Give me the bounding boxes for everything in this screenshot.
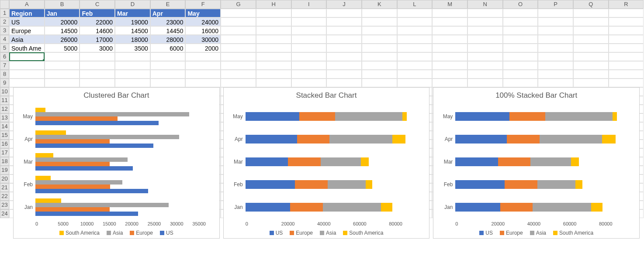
cell-M1[interactable] xyxy=(432,9,467,17)
cell-H5[interactable] xyxy=(256,44,291,52)
cell-I9[interactable] xyxy=(291,79,327,87)
cell-H3[interactable] xyxy=(256,26,291,35)
cell-O9[interactable] xyxy=(503,79,538,87)
row-header-13[interactable]: 13 xyxy=(0,113,9,122)
cell-Q6[interactable] xyxy=(573,52,609,61)
column-header-N[interactable]: N xyxy=(467,0,503,9)
cell-D8[interactable] xyxy=(115,70,150,79)
row-header-16[interactable]: 16 xyxy=(0,140,9,148)
column-header-A[interactable]: A xyxy=(9,0,45,9)
cell-O4[interactable] xyxy=(503,35,538,44)
cell-N4[interactable] xyxy=(467,35,503,44)
cell-B3[interactable]: 14500 xyxy=(45,26,80,35)
cell-R7[interactable] xyxy=(609,61,644,70)
cell-J8[interactable] xyxy=(326,70,362,79)
cell-P1[interactable] xyxy=(538,9,573,17)
cell-A2[interactable]: US xyxy=(9,17,45,26)
cell-R9[interactable] xyxy=(609,79,644,87)
row-header-2[interactable]: 2 xyxy=(0,17,9,26)
column-header-H[interactable]: H xyxy=(256,0,291,9)
cell-C5[interactable]: 3000 xyxy=(80,44,115,52)
cell-D3[interactable]: 14500 xyxy=(115,26,150,35)
cell-E9[interactable] xyxy=(150,79,186,87)
cell-C4[interactable]: 17000 xyxy=(80,35,115,44)
cell-L9[interactable] xyxy=(397,79,433,87)
cell-A7[interactable] xyxy=(9,61,45,70)
cell-N6[interactable] xyxy=(467,52,503,61)
cell-M8[interactable] xyxy=(432,70,467,79)
cell-M9[interactable] xyxy=(432,79,467,87)
cell-F7[interactable] xyxy=(185,61,221,70)
cell-L6[interactable] xyxy=(397,52,433,61)
cell-J9[interactable] xyxy=(326,79,362,87)
cell-F4[interactable]: 30000 xyxy=(185,35,221,44)
chart-1[interactable]: Stacked Bar ChartJanFebMarAprMay02000040… xyxy=(223,87,430,239)
cell-M6[interactable] xyxy=(432,52,467,61)
cell-G1[interactable] xyxy=(221,9,256,17)
cell-K1[interactable] xyxy=(362,9,397,17)
cell-E3[interactable]: 14450 xyxy=(150,26,186,35)
cell-M2[interactable] xyxy=(432,17,467,26)
column-header-L[interactable]: L xyxy=(397,0,433,9)
cell-G7[interactable] xyxy=(221,61,256,70)
column-header-K[interactable]: K xyxy=(362,0,397,9)
cell-J6[interactable] xyxy=(326,52,362,61)
cell-I4[interactable] xyxy=(291,35,327,44)
cell-J2[interactable] xyxy=(326,17,362,26)
cell-F3[interactable]: 16000 xyxy=(185,26,221,35)
cell-N2[interactable] xyxy=(467,17,503,26)
cell-K8[interactable] xyxy=(362,70,397,79)
row-header-1[interactable]: 1 xyxy=(0,9,9,17)
cell-N5[interactable] xyxy=(467,44,503,52)
cell-E4[interactable]: 28000 xyxy=(150,35,186,44)
cell-N7[interactable] xyxy=(467,61,503,70)
cell-R3[interactable] xyxy=(609,26,644,35)
cell-B7[interactable] xyxy=(45,61,80,70)
cell-Q8[interactable] xyxy=(573,70,609,79)
cell-O6[interactable] xyxy=(503,52,538,61)
cell-C6[interactable] xyxy=(80,52,115,61)
cell-K2[interactable] xyxy=(362,17,397,26)
cell-I8[interactable] xyxy=(291,70,327,79)
cell-B9[interactable] xyxy=(45,79,80,87)
cell-R8[interactable] xyxy=(609,70,644,79)
cell-N1[interactable] xyxy=(467,9,503,17)
cell-C2[interactable]: 22000 xyxy=(80,17,115,26)
column-header-Q[interactable]: Q xyxy=(573,0,609,9)
cell-I2[interactable] xyxy=(291,17,327,26)
cell-L8[interactable] xyxy=(397,70,433,79)
cell-L7[interactable] xyxy=(397,61,433,70)
column-header-O[interactable]: O xyxy=(503,0,538,9)
row-header-24[interactable]: 24 xyxy=(0,209,9,218)
row-header-11[interactable]: 11 xyxy=(0,96,9,105)
row-header-17[interactable]: 17 xyxy=(0,148,9,157)
row-header-18[interactable]: 18 xyxy=(0,157,9,166)
cell-P6[interactable] xyxy=(538,52,573,61)
cell-J1[interactable] xyxy=(326,9,362,17)
cell-R2[interactable] xyxy=(609,17,644,26)
row-header-12[interactable]: 12 xyxy=(0,105,9,113)
cell-E1[interactable]: Apr xyxy=(150,9,186,17)
column-header-I[interactable]: I xyxy=(291,0,327,9)
row-header-19[interactable]: 19 xyxy=(0,166,9,174)
cell-I3[interactable] xyxy=(291,26,327,35)
column-header-G[interactable]: G xyxy=(221,0,256,9)
cell-P5[interactable] xyxy=(538,44,573,52)
row-header-9[interactable]: 9 xyxy=(0,79,9,87)
column-header-B[interactable]: B xyxy=(45,0,80,9)
cell-D7[interactable] xyxy=(115,61,150,70)
cell-O7[interactable] xyxy=(503,61,538,70)
cell-G4[interactable] xyxy=(221,35,256,44)
cell-I6[interactable] xyxy=(291,52,327,61)
row-header-6[interactable]: 6 xyxy=(0,52,9,61)
cell-H9[interactable] xyxy=(256,79,291,87)
cell-L4[interactable] xyxy=(397,35,433,44)
cell-N3[interactable] xyxy=(467,26,503,35)
cell-F9[interactable] xyxy=(185,79,221,87)
cell-K4[interactable] xyxy=(362,35,397,44)
row-header-5[interactable]: 5 xyxy=(0,44,9,52)
cell-I5[interactable] xyxy=(291,44,327,52)
cell-C7[interactable] xyxy=(80,61,115,70)
row-header-15[interactable]: 15 xyxy=(0,131,9,140)
chart-2[interactable]: 100% Stacked Bar ChartJanFebMarAprMay020… xyxy=(433,87,640,239)
